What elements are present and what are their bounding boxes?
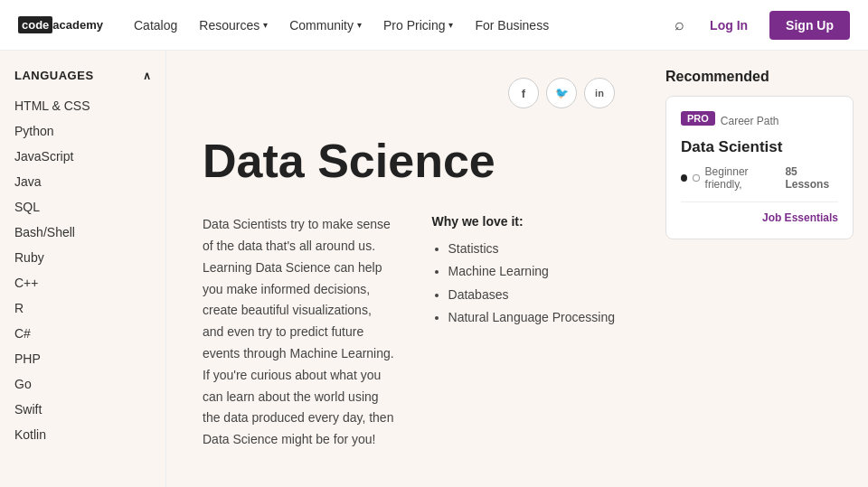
linkedin-icon: in <box>595 88 604 98</box>
facebook-share-button[interactable]: f <box>508 78 539 108</box>
logo-code: code <box>18 16 52 33</box>
linkedin-share-button[interactable]: in <box>584 78 615 108</box>
facebook-icon: f <box>522 87 525 100</box>
why-love-heading: Why we love it: <box>432 214 615 229</box>
sidebar-item[interactable]: JavaScript <box>14 144 151 169</box>
right-panel: Recommended PRO Career Path Data Scienti… <box>651 51 868 487</box>
logo-academy: academy <box>52 18 103 32</box>
sidebar-item[interactable]: Python <box>14 118 151 144</box>
sidebar-item[interactable]: C# <box>14 321 151 346</box>
sidebar-item[interactable]: PHP <box>14 346 151 371</box>
sidebar-languages-toggle[interactable]: Languages ∧ <box>14 69 151 82</box>
nav-for-business[interactable]: For Business <box>466 13 558 38</box>
rec-card-meta: Beginner friendly, 85 Lessons <box>681 165 838 191</box>
nav-catalog[interactable]: Catalog <box>125 13 186 38</box>
why-love-item: Databases <box>448 284 615 306</box>
dot-empty-icon <box>693 174 699 182</box>
main-content: f 🐦 in Data Science Data Scientists try … <box>166 51 651 487</box>
sidebar-item[interactable]: HTML & CSS <box>14 93 151 118</box>
why-love-item: Statistics <box>448 238 615 260</box>
career-path-label: Career Path <box>721 115 779 127</box>
difficulty-label: Beginner friendly, <box>705 165 780 191</box>
nav-right: ⌕ Log In Sign Up <box>671 11 850 40</box>
intro-section: Data Scientists try to make sense of the… <box>203 214 615 451</box>
twitter-icon: 🐦 <box>555 87 569 99</box>
page-title: Data Science <box>203 136 615 187</box>
sidebar-item[interactable]: Bash/Shell <box>14 220 151 245</box>
why-love-panel: Why we love it: Statistics Machine Learn… <box>432 214 615 451</box>
sidebar-item[interactable]: R <box>14 295 151 321</box>
rec-card-title: Data Scientist <box>681 138 838 156</box>
sidebar-item[interactable]: Kotlin <box>14 422 151 447</box>
chevron-up-icon: ∧ <box>143 70 152 82</box>
nav-resources[interactable]: Resources▾ <box>190 13 277 38</box>
twitter-share-button[interactable]: 🐦 <box>546 78 577 108</box>
sidebar-item[interactable]: SQL <box>14 194 151 220</box>
signup-button[interactable]: Sign Up <box>769 11 850 40</box>
why-love-item-ml: Machine Learning <box>448 260 615 283</box>
sidebar-item[interactable]: Swift <box>14 397 151 422</box>
page-layout: Languages ∧ HTML & CSS Python JavaScript… <box>0 51 868 487</box>
pro-badge: PRO <box>681 111 715 126</box>
intro-text: Data Scientists try to make sense of the… <box>203 214 396 451</box>
sidebar-item[interactable]: Java <box>14 169 151 194</box>
sidebar-section-label: Languages <box>14 69 94 82</box>
recommended-title: Recommended <box>665 69 854 85</box>
sidebar-item[interactable]: C++ <box>14 270 151 295</box>
dot-filled-icon <box>681 174 687 182</box>
logo[interactable]: codeacademy <box>18 16 103 33</box>
why-love-item: Natural Language Processing <box>448 306 615 329</box>
lessons-count: 85 Lessons <box>785 165 838 191</box>
sidebar-item-ruby[interactable]: Ruby <box>14 245 151 270</box>
nav-community[interactable]: Community▾ <box>280 13 371 38</box>
pro-career-row: PRO Career Path <box>681 111 838 131</box>
sidebar-item[interactable]: Go <box>14 371 151 397</box>
nav-links: Catalog Resources▾ Community▾ Pro Pricin… <box>125 13 671 38</box>
chevron-down-icon: ▾ <box>357 20 362 30</box>
chevron-down-icon: ▾ <box>263 20 268 30</box>
chevron-down-icon: ▾ <box>448 20 453 30</box>
recommended-card[interactable]: PRO Career Path Data Scientist Beginner … <box>665 96 854 239</box>
navbar: codeacademy Catalog Resources▾ Community… <box>0 0 868 51</box>
job-essentials-link[interactable]: Job Essentials <box>681 201 838 224</box>
nav-pro-pricing[interactable]: Pro Pricing▾ <box>374 13 462 38</box>
search-icon[interactable]: ⌕ <box>671 12 688 38</box>
login-button[interactable]: Log In <box>699 13 759 38</box>
social-bar: f 🐦 in <box>203 78 615 126</box>
sidebar: Languages ∧ HTML & CSS Python JavaScript… <box>0 51 166 487</box>
